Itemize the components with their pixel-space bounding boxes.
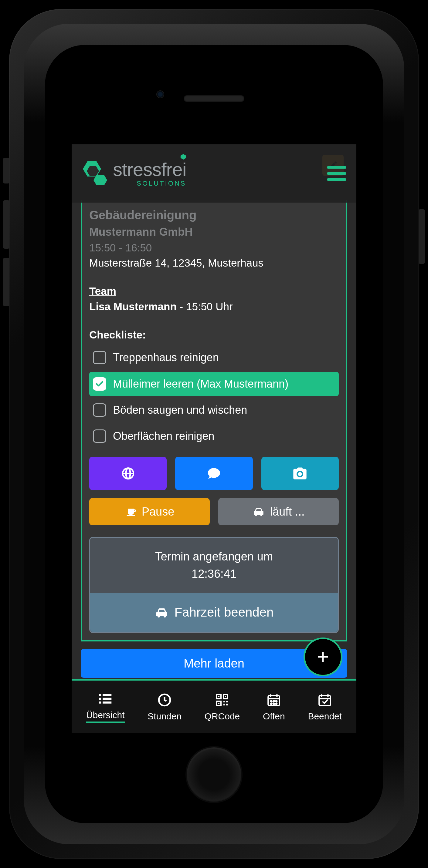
- team-member-time: 15:50 Uhr: [186, 301, 233, 312]
- list-icon: [97, 690, 114, 707]
- address: Musterstraße 14, 12345, Musterhaus: [89, 255, 339, 271]
- globe-icon: [121, 466, 135, 481]
- svg-rect-17: [223, 701, 225, 703]
- checkbox-icon: [93, 351, 106, 364]
- checklist-item[interactable]: Oberflächen reinigen: [89, 424, 339, 448]
- camera-icon: [292, 466, 308, 481]
- team-member-name: Lisa Mustermann: [89, 301, 177, 312]
- globe-button[interactable]: [89, 457, 167, 490]
- clock-icon: [157, 692, 172, 708]
- checklist-item[interactable]: Treppenhaus reinigen: [89, 345, 339, 370]
- brand-subtitle: SOLUTIONS: [137, 180, 186, 187]
- svg-rect-18: [226, 701, 228, 703]
- appointment-title: Gebäudereinigung: [89, 206, 339, 224]
- calendar-icon: [266, 692, 281, 708]
- running-button[interactable]: läuft ...: [218, 498, 339, 525]
- calendar-check-icon: [317, 692, 333, 708]
- svg-rect-28: [319, 695, 331, 706]
- svg-rect-19: [223, 704, 225, 706]
- svg-rect-6: [99, 698, 102, 700]
- pause-label: Pause: [142, 503, 175, 520]
- svg-point-25: [271, 703, 272, 704]
- checklist-item[interactable]: Böden saugen und wischen: [89, 398, 339, 422]
- checklist-item-label: Treppenhaus reinigen: [113, 350, 219, 366]
- svg-rect-4: [99, 694, 102, 696]
- end-drive-button[interactable]: Fahrzeit beenden: [90, 593, 338, 632]
- coffee-icon: [125, 505, 137, 518]
- time-range: 15:50 - 16:50: [89, 240, 339, 256]
- brand-logo: stressfrei SOLUTIONS: [78, 158, 186, 189]
- bottom-nav: Übersicht Stunden: [72, 679, 356, 733]
- svg-marker-3: [181, 154, 186, 159]
- svg-rect-16: [218, 703, 220, 704]
- nav-qrcode[interactable]: QRCode: [205, 692, 240, 721]
- camera-button[interactable]: [261, 457, 339, 490]
- qrcode-icon: [215, 692, 229, 708]
- car-icon: [154, 606, 169, 620]
- team-heading: Team: [89, 284, 339, 299]
- add-fab[interactable]: [304, 638, 342, 676]
- brand-name: stressfrei: [113, 159, 186, 180]
- home-button[interactable]: [187, 747, 241, 802]
- svg-point-23: [273, 701, 275, 702]
- end-drive-label: Fahrzeit beenden: [175, 603, 274, 622]
- checklist-item[interactable]: Mülleimer leeren (Max Mustermann): [89, 372, 339, 396]
- mute-switch: [3, 158, 10, 184]
- plus-icon: [314, 648, 332, 665]
- svg-marker-2: [93, 175, 107, 185]
- checklist-heading: Checkliste:: [89, 327, 339, 343]
- status-panel: Termin angefangen um 12:36:41 Fahrzeit b…: [89, 537, 339, 633]
- svg-rect-12: [218, 696, 220, 697]
- checkbox-icon: [93, 429, 106, 443]
- phone-frame: Gebäudereinigung Mustermann GmbH 15:50 -…: [0, 0, 428, 868]
- team-line: Lisa Mustermann - 15:50 Uhr: [89, 299, 339, 314]
- volume-up: [3, 200, 10, 249]
- logo-mark-icon: [78, 158, 109, 189]
- svg-rect-9: [103, 702, 111, 704]
- svg-point-22: [271, 701, 272, 702]
- nav-label: Beendet: [308, 711, 342, 721]
- car-icon: [252, 505, 265, 518]
- menu-button[interactable]: [323, 162, 350, 184]
- nav-label: Stunden: [147, 711, 181, 721]
- checkbox-icon: [93, 377, 106, 391]
- app-header: stressfrei SOLUTIONS: [72, 144, 356, 203]
- nav-label: Übersicht: [86, 710, 125, 723]
- nav-hours[interactable]: Stunden: [147, 692, 181, 721]
- running-label: läuft ...: [270, 503, 305, 520]
- svg-point-27: [276, 703, 277, 704]
- nav-done[interactable]: Beendet: [308, 692, 342, 721]
- nav-overview[interactable]: Übersicht: [86, 690, 125, 723]
- phone-speaker: [183, 95, 244, 102]
- company-name: Mustermann GmbH: [89, 224, 339, 240]
- svg-rect-5: [103, 694, 111, 696]
- svg-rect-20: [226, 704, 228, 706]
- nav-label: QRCode: [205, 711, 240, 721]
- comment-icon: [207, 466, 221, 481]
- checklist-item-label: Mülleimer leeren (Max Mustermann): [113, 376, 288, 392]
- svg-rect-8: [99, 702, 102, 704]
- app-screen: Gebäudereinigung Mustermann GmbH 15:50 -…: [72, 144, 356, 733]
- svg-point-26: [273, 703, 275, 704]
- comment-button[interactable]: [175, 457, 253, 490]
- load-more-label: Mehr laden: [183, 654, 244, 672]
- svg-point-24: [276, 701, 277, 702]
- status-text: Termin angefangen um 12:36:41: [90, 538, 338, 593]
- front-camera: [156, 90, 164, 98]
- checkbox-icon: [93, 403, 106, 417]
- svg-rect-14: [225, 696, 226, 697]
- checklist: Treppenhaus reinigen Mülleimer leeren (M…: [89, 345, 339, 448]
- checklist-item-label: Oberflächen reinigen: [113, 428, 214, 444]
- checklist-item-label: Böden saugen und wischen: [113, 402, 247, 418]
- svg-rect-7: [103, 698, 111, 700]
- nav-label: Offen: [263, 711, 285, 721]
- appointment-card: Gebäudereinigung Mustermann GmbH 15:50 -…: [81, 200, 347, 642]
- nav-open[interactable]: Offen: [263, 692, 285, 721]
- power-button: [418, 209, 425, 264]
- volume-down: [3, 258, 10, 306]
- pause-button[interactable]: Pause: [89, 498, 210, 525]
